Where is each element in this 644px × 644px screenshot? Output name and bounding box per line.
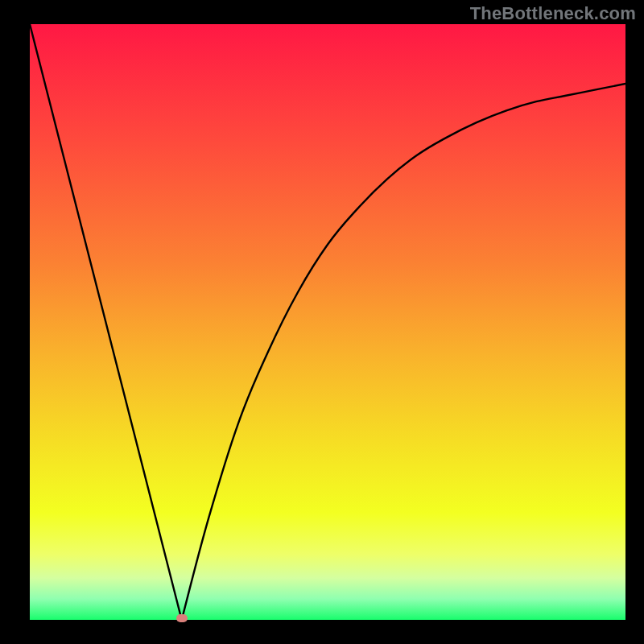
chart-frame: TheBottleneck.com xyxy=(0,0,644,644)
watermark-text: TheBottleneck.com xyxy=(470,3,636,24)
bottleneck-curve xyxy=(30,24,625,620)
minimum-marker xyxy=(176,614,188,622)
bottleneck-curve-svg xyxy=(30,24,625,620)
plot-area xyxy=(30,24,625,620)
